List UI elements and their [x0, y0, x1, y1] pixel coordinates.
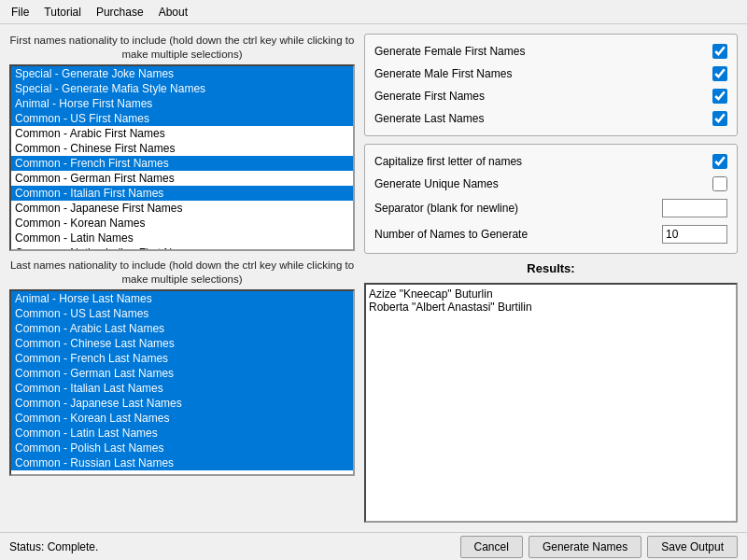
status-text: Status: Complete.	[9, 540, 98, 553]
results-label: Results:	[364, 261, 738, 275]
option-checkbox-row-1: Generate Unique Names	[374, 175, 727, 193]
option-input-row-2: Separator (blank for newline)	[374, 197, 727, 219]
menu-file[interactable]: File	[4, 3, 36, 21]
last-name-item-7[interactable]: Common - Japanese Last Names	[11, 396, 353, 411]
first-names-listbox[interactable]: Special - Generate Joke NamesSpecial - G…	[9, 64, 355, 251]
last-names-label: Last names nationality to include (hold …	[9, 259, 355, 287]
save-button[interactable]: Save Output	[647, 536, 738, 558]
first-name-item-1[interactable]: Special - Generate Mafia Style Names	[11, 81, 353, 96]
first-name-item-11[interactable]: Common - Latin Names	[11, 231, 353, 245]
statusbar: Status: Complete. Cancel Generate Names …	[0, 532, 747, 560]
menubar: File Tutorial Purchase About	[0, 0, 747, 24]
first-name-item-3[interactable]: Common - US First Names	[11, 111, 353, 126]
main-content: First names nationality to include (hold…	[0, 24, 747, 532]
generate-checkbox-1[interactable]	[712, 66, 727, 81]
last-name-item-9[interactable]: Common - Latin Last Names	[11, 426, 353, 441]
last-name-item-0[interactable]: Animal - Horse Last Names	[11, 291, 353, 306]
option-input-row-3: Number of Names to Generate	[374, 223, 727, 245]
generate-checkbox-row-1: Generate Male First Names	[374, 64, 727, 83]
generate-checkbox-2[interactable]	[712, 89, 727, 104]
first-name-item-0[interactable]: Special - Generate Joke Names	[11, 66, 353, 81]
last-name-item-11[interactable]: Common - Russian Last Names	[11, 455, 353, 470]
other-options-box: Capitalize first letter of namesGenerate…	[364, 144, 738, 254]
last-name-item-3[interactable]: Common - Chinese Last Names	[11, 336, 353, 351]
option-checkbox-0[interactable]	[712, 154, 727, 169]
last-name-item-1[interactable]: Common - US Last Names	[11, 306, 353, 321]
menu-about[interactable]: About	[151, 3, 195, 21]
generate-checkbox-row-2: Generate First Names	[374, 87, 727, 105]
right-panel: Generate Female First NamesGenerate Male…	[364, 34, 738, 523]
generate-checkbox-3[interactable]	[712, 111, 727, 126]
last-name-item-8[interactable]: Common - Korean Last Names	[11, 411, 353, 426]
first-names-label: First names nationality to include (hold…	[9, 34, 355, 62]
generate-checkbox-row-3: Generate Last Names	[374, 109, 727, 128]
last-name-item-4[interactable]: Common - French Last Names	[11, 351, 353, 366]
first-name-item-4[interactable]: Common - Arabic First Names	[11, 126, 353, 141]
results-textarea[interactable]	[364, 283, 738, 523]
option-checkbox-1[interactable]	[712, 176, 727, 191]
first-name-item-6[interactable]: Common - French First Names	[11, 156, 353, 171]
first-name-item-5[interactable]: Common - Chinese First Names	[11, 141, 353, 156]
menu-purchase[interactable]: Purchase	[89, 3, 151, 21]
last-names-listbox[interactable]: Animal - Horse Last NamesCommon - US Las…	[9, 289, 355, 476]
menu-tutorial[interactable]: Tutorial	[36, 3, 89, 21]
first-names-section: First names nationality to include (hold…	[9, 34, 355, 251]
cancel-button[interactable]: Cancel	[460, 536, 523, 558]
last-name-item-2[interactable]: Common - Arabic Last Names	[11, 321, 353, 336]
option-input-2[interactable]	[662, 199, 727, 217]
generate-button[interactable]: Generate Names	[529, 536, 641, 558]
first-name-item-9[interactable]: Common - Japanese First Names	[11, 201, 353, 216]
first-name-item-7[interactable]: Common - German First Names	[11, 171, 353, 186]
option-checkbox-row-0: Capitalize first letter of names	[374, 152, 727, 171]
last-name-item-5[interactable]: Common - German Last Names	[11, 366, 353, 381]
generate-options-box: Generate Female First NamesGenerate Male…	[364, 34, 738, 136]
first-name-item-8[interactable]: Common - Italian First Names	[11, 186, 353, 201]
generate-checkbox-row-0: Generate Female First Names	[374, 42, 727, 61]
buttons-area: Cancel Generate Names Save Output	[460, 536, 738, 558]
last-names-section: Last names nationality to include (hold …	[9, 259, 355, 476]
left-panel: First names nationality to include (hold…	[9, 34, 355, 523]
first-name-item-12[interactable]: Common - Native Indian First Names	[11, 245, 353, 251]
last-name-item-6[interactable]: Common - Italian Last Names	[11, 381, 353, 396]
generate-checkbox-0[interactable]	[712, 44, 727, 59]
first-name-item-10[interactable]: Common - Korean Names	[11, 216, 353, 231]
option-input-3[interactable]	[662, 225, 727, 244]
last-name-item-10[interactable]: Common - Polish Last Names	[11, 441, 353, 455]
first-name-item-2[interactable]: Animal - Horse First Names	[11, 96, 353, 111]
